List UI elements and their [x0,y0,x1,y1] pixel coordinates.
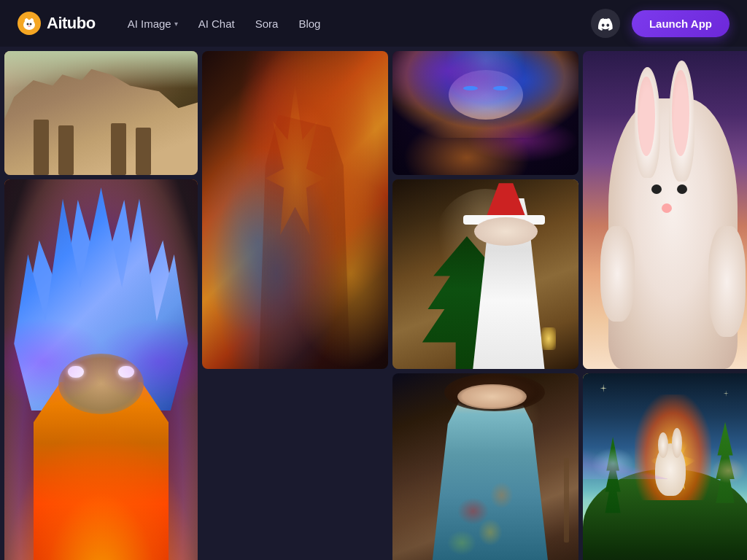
logo-icon [18,12,41,35]
launch-app-button[interactable]: Launch App [632,10,729,37]
nav-label-blog: Blog [298,18,320,30]
nav-label-ai-chat: AI Chat [198,18,235,30]
gallery-item-dress-woman[interactable] [392,373,578,560]
nav-label-ai-image: AI Image [128,18,171,30]
nav-label-sora: Sora [255,18,279,30]
gallery-item-island[interactable] [583,373,747,560]
gallery-item-fantasy-woman[interactable] [392,51,578,175]
image-gallery [0,47,747,560]
svg-point-3 [27,23,29,26]
nav-item-blog[interactable]: Blog [290,13,329,34]
gallery-item-bunny[interactable] [583,51,747,369]
nav-item-ai-chat[interactable]: AI Chat [190,13,244,34]
discord-button[interactable] [591,9,620,38]
svg-point-4 [30,23,32,26]
gallery-item-rooster[interactable] [202,51,388,369]
svg-point-5 [28,26,31,27]
logo-text: Aitubo [47,14,96,33]
nav-links: AI Image ▾ AI Chat Sora Blog [119,13,568,34]
main-nav: Aitubo AI Image ▾ AI Chat Sora Blog Laun… [0,0,747,47]
gallery-item-camel[interactable] [4,51,198,175]
gallery-item-goku[interactable] [4,179,198,560]
nav-item-ai-image[interactable]: AI Image ▾ [119,13,187,34]
chevron-down-icon: ▾ [174,20,178,28]
nav-right: Launch App [591,9,729,38]
nav-item-sora[interactable]: Sora [247,13,287,34]
gallery-item-christmas[interactable] [392,179,578,369]
logo[interactable]: Aitubo [18,12,96,35]
